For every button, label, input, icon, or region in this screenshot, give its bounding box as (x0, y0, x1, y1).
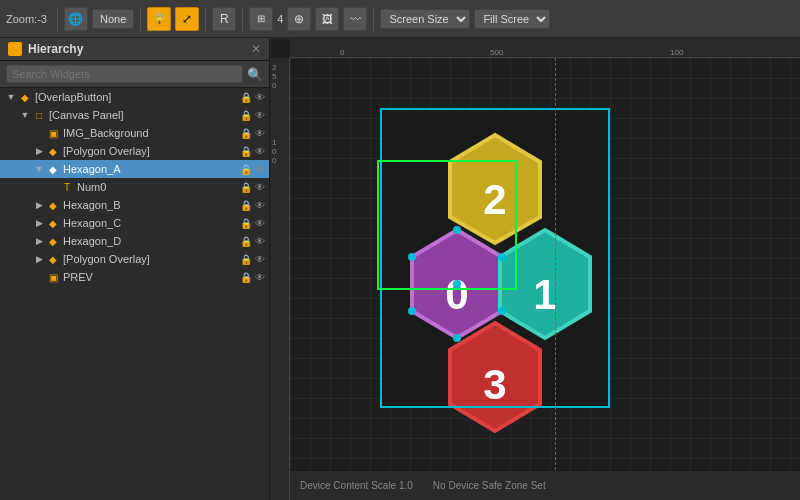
handle-center[interactable] (453, 280, 461, 288)
lock-icon-prev[interactable]: 🔒 (240, 272, 252, 283)
hierarchy-title: Hierarchy (28, 42, 83, 56)
tree-label-canvas-panel: [Canvas Panel] (49, 109, 240, 121)
tree-item-hex-c[interactable]: ▶◆Hexagon_C🔒👁 (0, 214, 269, 232)
tree-icon-canvas-panel: □ (32, 108, 46, 122)
tree-item-overlap[interactable]: ▼◆[OverlapButton]🔒👁 (0, 88, 269, 106)
tree-item-num0[interactable]: TNum0🔒👁 (0, 178, 269, 196)
tree-arrow-poly2[interactable]: ▶ (32, 254, 46, 264)
tree-icon-hex-a: ◆ (46, 162, 60, 176)
sep4 (242, 7, 243, 31)
r-btn[interactable]: R (212, 7, 236, 31)
tree-item-img-bg[interactable]: ▣IMG_Background🔒👁 (0, 124, 269, 142)
lock-icon-hex-a[interactable]: 🔒 (240, 164, 252, 175)
eye-icon-num0[interactable]: 👁 (255, 182, 265, 193)
lock-icon-overlap[interactable]: 🔒 (240, 92, 252, 103)
eye-icon-hex-b[interactable]: 👁 (255, 200, 265, 211)
lock-icon-btn[interactable]: 🔒 (147, 7, 171, 31)
lock-icon-hex-d[interactable]: 🔒 (240, 236, 252, 247)
ruler-left: 250 100 (270, 58, 290, 500)
handle-tr[interactable] (498, 253, 506, 261)
tree-icon-prev: ▣ (46, 270, 60, 284)
none-btn[interactable]: None (92, 9, 134, 29)
tree-item-poly2[interactable]: ▶◆[Polygon Overlay]🔒👁 (0, 250, 269, 268)
tree-arrow-hex-b[interactable]: ▶ (32, 200, 46, 210)
handle-ml[interactable] (408, 307, 416, 315)
tree-item-hex-a[interactable]: ▼◆Hexagon_A🔒👁 (0, 160, 269, 178)
search-input[interactable] (6, 65, 243, 83)
lock-icon-num0[interactable]: 🔒 (240, 182, 252, 193)
eye-icon-hex-c[interactable]: 👁 (255, 218, 265, 229)
tree-item-hex-d[interactable]: ▶◆Hexagon_D🔒👁 (0, 232, 269, 250)
tree-label-hex-c: Hexagon_C (63, 217, 240, 229)
ruler-tick-0: 0 (340, 48, 344, 57)
sep1 (57, 7, 58, 31)
hexagons-svg: 2 0 1 3 (382, 110, 612, 410)
toolbar: Zoom:-3 🌐 None 🔒 ⤢ R ⊞ 4 ⊕ 🖼 〰 Screen Si… (0, 0, 800, 38)
lock-icon-poly2[interactable]: 🔒 (240, 254, 252, 265)
hexagon-0-label: 0 (445, 271, 468, 318)
fill-screen-select[interactable]: Fill Scree (474, 9, 550, 29)
screen-size-select[interactable]: Screen Size (380, 9, 470, 29)
canvas-viewport: 2 0 1 3 (290, 58, 800, 470)
sep3 (205, 7, 206, 31)
handle-br[interactable] (498, 307, 506, 315)
eye-icon-prev[interactable]: 👁 (255, 272, 265, 283)
move-icon-btn[interactable]: ⤢ (175, 7, 199, 31)
lock-icon-canvas-panel[interactable]: 🔒 (240, 110, 252, 121)
tree-icon-poly2: ◆ (46, 252, 60, 266)
ruler-tick-1000: 100 (670, 48, 683, 57)
img-icon-btn[interactable]: 🖼 (315, 7, 339, 31)
hierarchy-close-btn[interactable]: ✕ (251, 42, 261, 56)
sep2 (140, 7, 141, 31)
handle-bl[interactable] (453, 334, 461, 342)
lock-icon-hex-c[interactable]: 🔒 (240, 218, 252, 229)
safe-zone-status: No Device Safe Zone Set (433, 480, 546, 491)
ruler-tick-left-1: 100 (272, 138, 276, 165)
zoom-label: Zoom:-3 (6, 13, 47, 25)
tree-label-overlap: [OverlapButton] (35, 91, 240, 103)
handle-tl[interactable] (453, 226, 461, 234)
eye-icon-poly2[interactable]: 👁 (255, 254, 265, 265)
tree-icon-hex-b: ◆ (46, 198, 60, 212)
canvas-area[interactable]: 0 500 100 250 100 2 (270, 38, 800, 500)
lock-icon-img-bg[interactable]: 🔒 (240, 128, 252, 139)
hexagon-2-label: 2 (483, 176, 506, 223)
tree-arrow-overlap[interactable]: ▼ (4, 92, 18, 102)
tree-item-canvas-panel[interactable]: ▼□[Canvas Panel]🔒👁 (0, 106, 269, 124)
globe-btn[interactable]: 🌐 (64, 7, 88, 31)
tree-item-poly1[interactable]: ▶◆[Polygon Overlay]🔒👁 (0, 142, 269, 160)
tree-label-img-bg: IMG_Background (63, 127, 240, 139)
tree-icon-hex-c: ◆ (46, 216, 60, 230)
tree-arrow-poly1[interactable]: ▶ (32, 146, 46, 156)
wave-icon-btn[interactable]: 〰 (343, 7, 367, 31)
plus-icon-btn[interactable]: ⊕ (287, 7, 311, 31)
eye-icon-canvas-panel[interactable]: 👁 (255, 110, 265, 121)
tree-label-hex-d: Hexagon_D (63, 235, 240, 247)
hexagon-1-label: 1 (533, 271, 556, 318)
ruler-tick-left-0: 250 (272, 63, 276, 90)
ruler-tick-500: 500 (490, 48, 503, 57)
lock-icon-poly1[interactable]: 🔒 (240, 146, 252, 157)
eye-icon-img-bg[interactable]: 👁 (255, 128, 265, 139)
handle-mr[interactable] (408, 253, 416, 261)
tree-arrow-canvas-panel[interactable]: ▼ (18, 110, 32, 120)
tree-item-prev[interactable]: ▣PREV🔒👁 (0, 268, 269, 286)
eye-icon-hex-d[interactable]: 👁 (255, 236, 265, 247)
tree-arrow-hex-d[interactable]: ▶ (32, 236, 46, 246)
sep5 (373, 7, 374, 31)
eye-icon-poly1[interactable]: 👁 (255, 146, 265, 157)
search-icon[interactable]: 🔍 (247, 67, 263, 82)
tree-label-hex-a: Hexagon_A (63, 163, 240, 175)
tree-arrow-hex-c[interactable]: ▶ (32, 218, 46, 228)
main-area: Hierarchy ✕ 🔍 ▼◆[OverlapButton]🔒👁▼□[Canv… (0, 38, 800, 500)
eye-icon-hex-a[interactable]: 👁 (255, 164, 265, 175)
tree-icon-num0: T (60, 180, 74, 194)
tree-item-hex-b[interactable]: ▶◆Hexagon_B🔒👁 (0, 196, 269, 214)
hexagon-3-label: 3 (483, 361, 506, 408)
lock-icon-hex-b[interactable]: 🔒 (240, 200, 252, 211)
tree-arrow-hex-a[interactable]: ▼ (32, 164, 46, 174)
eye-icon-overlap[interactable]: 👁 (255, 92, 265, 103)
grid-icon-btn[interactable]: ⊞ (249, 7, 273, 31)
tree-icon-img-bg: ▣ (46, 126, 60, 140)
design-canvas[interactable]: 2 0 1 3 (380, 108, 610, 408)
